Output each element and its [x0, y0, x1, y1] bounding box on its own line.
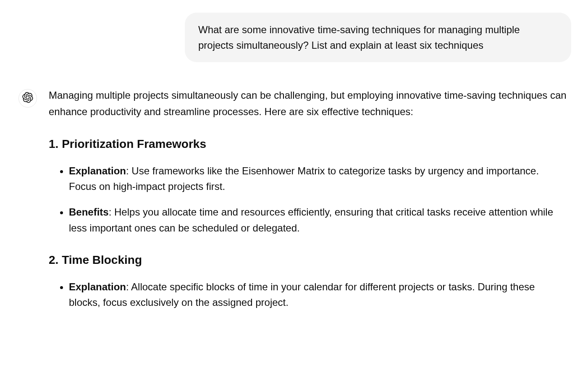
user-message-row: What are some innovative time-saving tec…	[17, 13, 571, 62]
chat-container: What are some innovative time-saving tec…	[0, 0, 588, 325]
user-message-text: What are some innovative time-saving tec…	[198, 24, 520, 51]
list-item-text: : Use frameworks like the Eisenhower Mat…	[69, 165, 539, 192]
list-item-label: Benefits	[69, 206, 109, 218]
assistant-intro-text: Managing multiple projects simultaneousl…	[49, 87, 567, 120]
assistant-avatar	[18, 89, 37, 108]
section-list-2: Explanation: Allocate specific blocks of…	[49, 279, 567, 310]
assistant-message-row: Managing multiple projects simultaneousl…	[17, 87, 571, 325]
list-item: Explanation: Allocate specific blocks of…	[69, 279, 567, 310]
openai-logo-icon	[22, 92, 33, 105]
list-item-label: Explanation	[69, 165, 126, 176]
section-list-1: Explanation: Use frameworks like the Eis…	[49, 163, 567, 236]
assistant-content: Managing multiple projects simultaneousl…	[49, 87, 571, 325]
list-item: Benefits: Helps you allocate time and re…	[69, 204, 567, 235]
list-item: Explanation: Use frameworks like the Eis…	[69, 163, 567, 194]
section-heading-1: 1. Prioritization Frameworks	[49, 135, 567, 154]
user-message-bubble[interactable]: What are some innovative time-saving tec…	[185, 13, 571, 62]
list-item-label: Explanation	[69, 281, 126, 292]
section-heading-2: 2. Time Blocking	[49, 251, 567, 270]
list-item-text: : Helps you allocate time and resources …	[69, 206, 553, 233]
list-item-text: : Allocate specific blocks of time in yo…	[69, 281, 535, 308]
